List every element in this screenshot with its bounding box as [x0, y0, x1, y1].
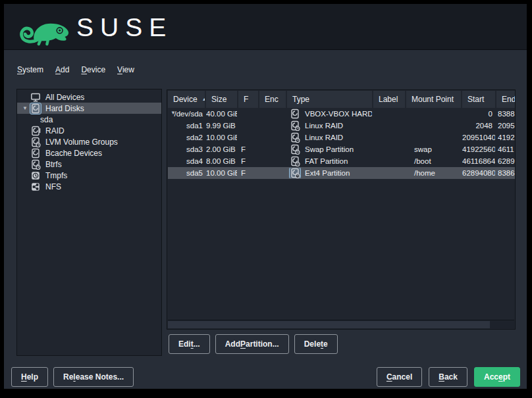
- sidebar-item-tmpfs[interactable]: Tmpfs: [17, 170, 161, 181]
- cell-type-label: VBOX-VBOX HARDDISK: [305, 110, 372, 118]
- sidebar-item-hard-disks[interactable]: ▼Hard Disks: [17, 103, 161, 114]
- column-header-f[interactable]: F: [238, 91, 258, 108]
- cell-type-label: Ext4 Partition: [305, 169, 350, 177]
- column-header-label[interactable]: Label: [373, 91, 405, 108]
- yast-expert-partitioner-window: SUSE SystemAddDeviceView All Devices▼Har…: [4, 4, 527, 389]
- cell-size: 40.00 GiB: [206, 110, 237, 118]
- help-button[interactable]: Help: [11, 367, 48, 387]
- column-header-size[interactable]: Size: [206, 91, 237, 108]
- column-header-type[interactable]: Type: [287, 91, 372, 108]
- cell-start: 0: [462, 110, 495, 118]
- menu-item-device[interactable]: Device: [80, 64, 107, 76]
- table-body: ▼/dev/sda40.00 GiBVBOX-VBOX HARDDISK0838…: [168, 108, 515, 179]
- lvm-icon: [30, 137, 41, 147]
- cell-type: FAT Partition: [287, 156, 372, 166]
- scrollbar-thumb[interactable]: [168, 321, 490, 328]
- partition-action-buttons: Edit...Add Partition...Delete: [169, 334, 338, 354]
- cell-size: 2.00 GiB: [206, 145, 237, 153]
- bcache-icon: [30, 148, 41, 159]
- sidebar-item-label: Bcache Devices: [45, 149, 102, 158]
- cell-end: 6289: [496, 157, 516, 165]
- cell-mount-point: swap: [406, 145, 461, 153]
- add-partition-button[interactable]: Add Partition...: [215, 334, 289, 354]
- cell-size: 9.99 GiB: [206, 122, 237, 130]
- sidebar-item-label: LVM Volume Groups: [45, 137, 118, 147]
- sidebar-item-label: Btrfs: [45, 160, 62, 169]
- sidebar-item-sda[interactable]: sda: [17, 114, 161, 125]
- expander-down-icon[interactable]: ▼: [171, 110, 176, 116]
- cell-size: 8.00 GiB: [206, 157, 237, 165]
- raid-icon: [30, 126, 41, 136]
- sidebar-item-raid[interactable]: RAID: [17, 125, 161, 136]
- menu-item-view[interactable]: View: [116, 64, 136, 76]
- cell-format-flag: F: [238, 145, 258, 153]
- cell-start: 46116864: [462, 157, 495, 165]
- nfs-icon: [30, 182, 41, 192]
- table-header-row: Device▲SizeFEncTypeLabelMount PointStart…: [168, 91, 516, 108]
- column-header-start[interactable]: Start: [462, 91, 495, 108]
- partition-icon: [290, 168, 300, 178]
- menu-item-add[interactable]: Add: [54, 64, 70, 76]
- suse-brand-text: SUSE: [76, 14, 173, 40]
- table-row-sda3[interactable]: sda32.00 GiBFSwap Partitionswap419225604…: [168, 143, 516, 155]
- sidebar-item-label: RAID: [45, 126, 65, 136]
- btrfs-icon: [30, 159, 41, 170]
- cell-device: sda3: [168, 145, 205, 153]
- wizard-footer: HelpRelease Notes... CancelBackAccept: [4, 367, 520, 387]
- cell-type-label: Linux RAID: [305, 122, 343, 130]
- accept-button[interactable]: Accept: [474, 367, 520, 387]
- sidebar-item-nfs[interactable]: NFS: [17, 181, 161, 192]
- partition-icon: [290, 156, 300, 166]
- sidebar-item-all-devices[interactable]: All Devices: [17, 91, 161, 103]
- menubar: SystemAddDeviceView: [4, 62, 136, 77]
- suse-logo: SUSE: [14, 8, 173, 46]
- sidebar-item-btrfs[interactable]: Btrfs: [17, 159, 161, 170]
- column-header-end[interactable]: End: [496, 91, 516, 108]
- release-notes-button[interactable]: Release Notes...: [53, 367, 134, 387]
- partition-icon: [290, 144, 300, 155]
- table-row-sda1[interactable]: sda19.99 GiBLinux RAID20482095: [168, 120, 516, 132]
- suse-banner: SUSE: [4, 4, 527, 50]
- cell-device: sda2: [168, 134, 205, 141]
- sidebar-item-label: All Devices: [45, 93, 84, 102]
- edit-button[interactable]: Edit...: [169, 334, 210, 354]
- cell-type: Ext4 Partition: [287, 168, 372, 178]
- sidebar-item-label: Hard Disks: [45, 104, 84, 113]
- back-button[interactable]: Back: [429, 367, 467, 387]
- cell-start: 62894080: [462, 169, 495, 177]
- column-header-mount-point[interactable]: Mount Point: [406, 91, 461, 108]
- cell-device: sda1: [168, 122, 205, 130]
- delete-button[interactable]: Delete: [294, 334, 338, 354]
- footer-left-buttons: HelpRelease Notes...: [11, 367, 134, 387]
- cell-format-flag: F: [238, 169, 258, 177]
- sidebar-item-lvm-volume-groups[interactable]: LVM Volume Groups: [17, 136, 161, 147]
- cell-end: 4611: [496, 145, 516, 153]
- horizontal-scrollbar[interactable]: [168, 320, 514, 328]
- table-row-dev-sda[interactable]: ▼/dev/sda40.00 GiBVBOX-VBOX HARDDISK0838…: [168, 108, 516, 120]
- monitor-icon: [30, 92, 41, 103]
- table-row-sda2[interactable]: sda210.00 GiBLinux RAID209510404192: [168, 132, 516, 143]
- column-header-device[interactable]: Device▲: [168, 91, 205, 108]
- expander-down-icon[interactable]: ▼: [17, 105, 30, 111]
- partitions-table-panel: Device▲SizeFEncTypeLabelMount PointStart…: [167, 89, 516, 330]
- cell-device: ▼/dev/sda: [168, 110, 205, 118]
- sidebar-item-label: sda: [40, 115, 53, 124]
- column-header-enc[interactable]: Enc: [259, 91, 286, 108]
- hard-disk-icon: [30, 103, 41, 114]
- cell-device: sda5: [168, 169, 205, 177]
- cell-type-label: Swap Partition: [305, 145, 354, 153]
- sidebar-item-bcache-devices[interactable]: Bcache Devices: [17, 147, 161, 159]
- cell-start: 41922560: [462, 145, 495, 153]
- cell-end: 8388: [496, 110, 516, 118]
- menu-item-system[interactable]: System: [16, 64, 45, 76]
- cell-start: 2048: [462, 122, 495, 130]
- cell-type: Swap Partition: [287, 144, 372, 155]
- cell-type: Linux RAID: [287, 132, 372, 143]
- cell-format-flag: F: [238, 157, 258, 165]
- cell-mount-point: /home: [406, 169, 461, 177]
- footer-right-buttons: CancelBackAccept: [377, 367, 520, 387]
- table-row-sda5[interactable]: sda510.00 GiBFExt4 Partition/home6289408…: [168, 167, 516, 179]
- cell-end: 8386: [496, 169, 516, 177]
- table-row-sda4[interactable]: sda48.00 GiBFFAT Partition/boot461168646…: [168, 155, 516, 167]
- cancel-button[interactable]: Cancel: [377, 367, 422, 387]
